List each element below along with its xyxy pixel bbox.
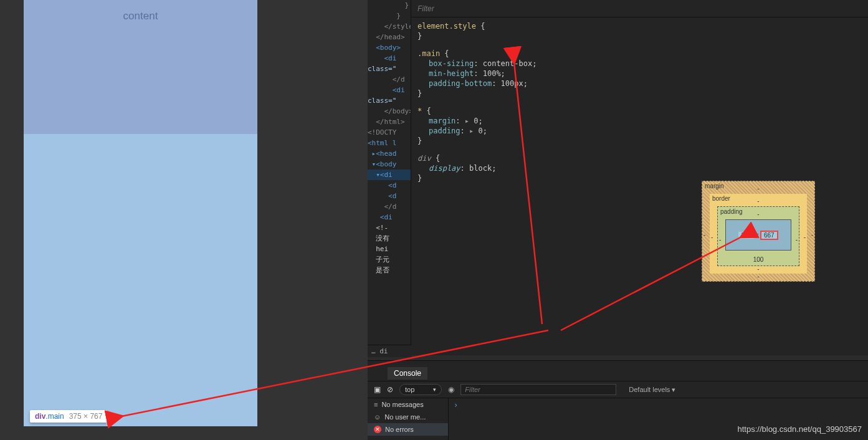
css-rule-element-style[interactable]: element.style { } (411, 17, 868, 45)
user-icon: ☺ (374, 413, 381, 421)
clear-console-icon[interactable]: ⊘ (387, 385, 393, 394)
tooltip-selector: div.main (35, 412, 64, 421)
content-width: 375 (738, 232, 754, 239)
box-model-diagram: margin - - - - border - - - - padding - … (702, 181, 815, 282)
breadcrumb[interactable]: … di (368, 345, 411, 357)
css-rule-main[interactable]: .main { box-sizing: content-box; min-hei… (411, 45, 868, 102)
elements-panel[interactable]: } } </style> </head> <body> <di class=" … (368, 0, 411, 355)
margin-label: margin (705, 183, 724, 189)
styles-filter-row (411, 0, 868, 17)
preview-pane: content div.main 375 × 767 (0, 0, 368, 440)
console-sidebar: ≡ No messages ☺ No user me... ✕ No error… (368, 398, 449, 440)
error-icon: ✕ (374, 426, 381, 433)
css-rule-star[interactable]: * { margin: ▸ 0; padding: ▸ 0; } (411, 102, 868, 150)
live-expression-icon[interactable]: ◉ (448, 385, 454, 394)
console-tab[interactable]: Console (388, 367, 427, 380)
element-inspect-tooltip: div.main 375 × 767 (30, 410, 107, 423)
context-select[interactable]: top (399, 384, 442, 395)
styles-panel: element.style { } .main { box-sizing: co… (411, 0, 868, 355)
log-levels-select[interactable]: Default levels ▾ (629, 386, 675, 394)
no-messages-row[interactable]: ≡ No messages (368, 398, 448, 411)
no-user-messages-row[interactable]: ☺ No user me... (368, 411, 448, 423)
list-icon: ≡ (374, 401, 378, 408)
console-filter-input[interactable] (460, 384, 616, 395)
content-banner: content (24, 0, 257, 134)
styles-filter-input[interactable] (417, 4, 542, 13)
box-model-padding: padding - - - 100 375 × 667 (717, 206, 799, 266)
content-height: 667 (760, 231, 778, 240)
console-prompt[interactable]: › (449, 398, 463, 412)
watermark: https://blog.csdn.net/qq_39903567 (738, 424, 862, 434)
box-model-border: border - - - - padding - - - 100 375 × 6… (710, 194, 807, 274)
no-errors-row[interactable]: ✕ No errors (368, 423, 448, 436)
tooltip-dimensions: 375 × 767 (69, 412, 103, 421)
console-toolbar: ▣ ⊘ top ◉ Default levels ▾ (368, 381, 868, 398)
viewport-frame: content (24, 0, 257, 426)
content-label: content (123, 10, 158, 134)
sidebar-toggle-icon[interactable]: ▣ (374, 385, 381, 394)
padding-bottom-value: 100 (753, 256, 764, 263)
box-model-content: 375 × 667 (725, 219, 791, 251)
